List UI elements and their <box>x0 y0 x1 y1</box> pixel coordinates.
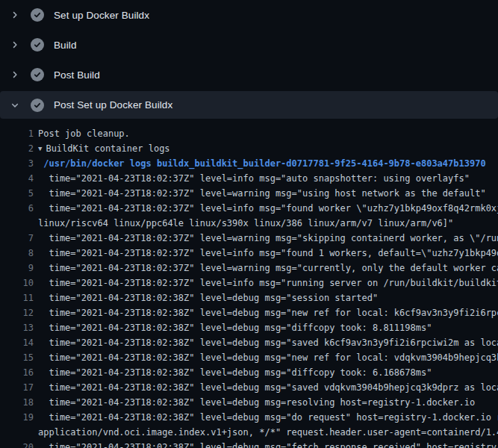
step-label: Post Build <box>54 69 100 81</box>
disclosure-triangle-icon[interactable]: ▼ <box>34 141 42 156</box>
line-number[interactable]: 1 <box>0 126 34 141</box>
line-number[interactable]: 6 <box>0 201 34 216</box>
log-line: 8 time="2021-04-23T18:02:37Z" level=info… <box>0 246 498 261</box>
log-line: 9 time="2021-04-23T18:02:37Z" level=warn… <box>0 261 498 276</box>
line-number[interactable]: 4 <box>0 171 34 186</box>
log-line: 2 ▼ BuildKit container logs <box>0 141 498 156</box>
log-text: linux/riscv64 linux/ppc64le linux/s390x … <box>34 216 453 231</box>
line-number[interactable]: 17 <box>0 380 34 395</box>
line-number[interactable] <box>0 216 34 231</box>
log-text: BuildKit container logs <box>42 141 169 156</box>
log-line: 5 time="2021-04-23T18:02:37Z" level=warn… <box>0 186 498 201</box>
step-label: Set up Docker Buildx <box>54 10 149 21</box>
line-number[interactable]: 16 <box>0 365 34 380</box>
log-line: 18 time="2021-04-23T18:02:38Z" level=deb… <box>0 395 498 410</box>
line-number[interactable]: 9 <box>0 261 34 276</box>
log-text: time="2021-04-23T18:02:38Z" level=debug … <box>34 290 378 305</box>
line-number[interactable]: 18 <box>0 395 34 410</box>
log-line: linux/riscv64 linux/ppc64le linux/s390x … <box>0 216 498 231</box>
step-row-post-set-up-docker-buildx[interactable]: Post Set up Docker Buildx <box>0 91 498 119</box>
log-viewer: 1 Post job cleanup. 2 ▼ BuildKit contain… <box>0 119 498 448</box>
line-number[interactable]: 14 <box>0 335 34 350</box>
line-number[interactable]: 7 <box>0 231 34 246</box>
log-line: 16 time="2021-04-23T18:02:38Z" level=deb… <box>0 365 498 380</box>
log-text: time="2021-04-23T18:02:38Z" level=debug … <box>34 305 498 320</box>
log-text: application/vnd.oci.image.index.v1+json,… <box>34 425 498 440</box>
log-line: 19 time="2021-04-23T18:02:38Z" level=deb… <box>0 410 498 425</box>
log-text: time="2021-04-23T18:02:37Z" level=warnin… <box>34 261 498 276</box>
check-circle-icon <box>31 38 44 52</box>
log-line: 20 time="2021-04-23T18:02:38Z" level=deb… <box>0 440 498 448</box>
log-text: time="2021-04-23T18:02:37Z" level=warnin… <box>34 186 486 201</box>
log-text: Post job cleanup. <box>34 126 130 141</box>
actions-log-panel: Set up Docker Buildx Build Post Build Po… <box>0 0 498 448</box>
check-circle-icon <box>31 99 44 112</box>
log-text: time="2021-04-23T18:02:37Z" level=info m… <box>34 246 498 261</box>
chevron-down-icon <box>10 101 19 110</box>
line-number[interactable]: 8 <box>0 246 34 261</box>
log-line: 10 time="2021-04-23T18:02:37Z" level=inf… <box>0 276 498 290</box>
line-number[interactable]: 19 <box>0 410 34 425</box>
log-line: 6 time="2021-04-23T18:02:37Z" level=info… <box>0 201 498 216</box>
log-text: time="2021-04-23T18:02:37Z" level=info m… <box>34 276 498 290</box>
log-text: time="2021-04-23T18:02:38Z" level=debug … <box>34 320 432 335</box>
line-number[interactable]: 5 <box>0 186 34 201</box>
line-number[interactable]: 12 <box>0 305 34 320</box>
step-row-post-build[interactable]: Post Build <box>0 60 498 90</box>
line-number[interactable]: 10 <box>0 276 34 290</box>
log-line: 14 time="2021-04-23T18:02:38Z" level=deb… <box>0 335 498 350</box>
log-text: time="2021-04-23T18:02:38Z" level=debug … <box>34 365 432 380</box>
log-line: 12 time="2021-04-23T18:02:38Z" level=deb… <box>0 305 498 320</box>
log-text: time="2021-04-23T18:02:38Z" level=debug … <box>34 440 498 448</box>
log-text: time="2021-04-23T18:02:37Z" level=info m… <box>34 171 470 186</box>
log-line: 17 time="2021-04-23T18:02:38Z" level=deb… <box>0 380 498 395</box>
log-line: 11 time="2021-04-23T18:02:38Z" level=deb… <box>0 290 498 305</box>
line-number[interactable]: 11 <box>0 290 34 305</box>
log-text: time="2021-04-23T18:02:38Z" level=debug … <box>34 335 498 350</box>
log-text: time="2021-04-23T18:02:37Z" level=info m… <box>34 201 498 216</box>
log-text: time="2021-04-23T18:02:38Z" level=debug … <box>34 410 498 425</box>
check-circle-icon <box>31 8 44 22</box>
line-number[interactable] <box>0 425 34 440</box>
chevron-right-icon <box>10 10 19 19</box>
log-text: time="2021-04-23T18:02:38Z" level=debug … <box>34 380 498 395</box>
log-line: 15 time="2021-04-23T18:02:38Z" level=deb… <box>0 350 498 365</box>
log-line: 7 time="2021-04-23T18:02:37Z" level=warn… <box>0 231 498 246</box>
log-line: 1 Post job cleanup. <box>0 126 498 141</box>
log-text: time="2021-04-23T18:02:37Z" level=warnin… <box>34 231 498 246</box>
check-circle-icon <box>31 68 44 81</box>
log-line: 4 time="2021-04-23T18:02:37Z" level=info… <box>0 171 498 186</box>
line-number[interactable]: 2 <box>0 141 34 156</box>
line-number[interactable]: 20 <box>0 440 34 448</box>
steps-list: Set up Docker Buildx Build Post Build Po… <box>0 0 498 119</box>
step-label: Build <box>54 40 77 51</box>
step-row-build[interactable]: Build <box>0 30 498 60</box>
line-number[interactable]: 3 <box>0 156 34 171</box>
log-text: time="2021-04-23T18:02:38Z" level=debug … <box>34 350 498 365</box>
log-line: 13 time="2021-04-23T18:02:38Z" level=deb… <box>0 320 498 335</box>
log-line: application/vnd.oci.image.index.v1+json,… <box>0 425 498 440</box>
line-number[interactable]: 13 <box>0 320 34 335</box>
step-label: Post Set up Docker Buildx <box>54 99 172 111</box>
log-line: 3 /usr/bin/docker logs buildx_buildkit_b… <box>0 156 498 171</box>
log-text: /usr/bin/docker logs buildx_buildkit_bui… <box>34 156 486 171</box>
chevron-right-icon <box>10 70 19 79</box>
log-text: time="2021-04-23T18:02:38Z" level=debug … <box>34 395 475 410</box>
chevron-right-icon <box>10 40 19 49</box>
line-number[interactable]: 15 <box>0 350 34 365</box>
step-row-set-up-docker-buildx[interactable]: Set up Docker Buildx <box>0 0 498 30</box>
